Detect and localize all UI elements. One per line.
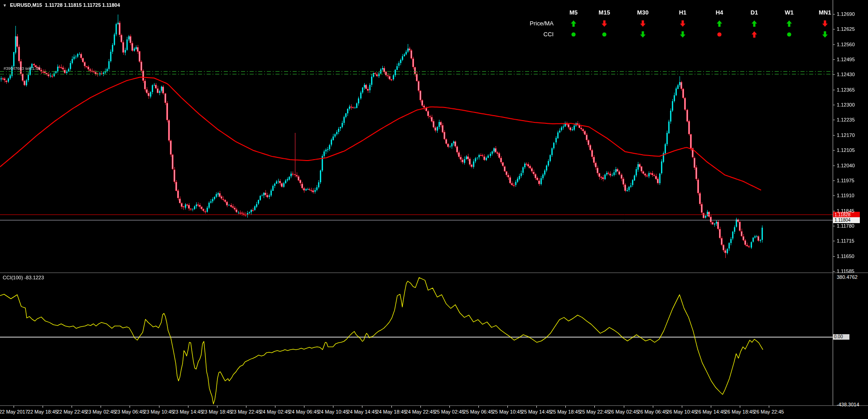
- time-scale-tick: [304, 406, 304, 408]
- cci-scale-max-label: 380.4762: [837, 274, 858, 280]
- signal-price-ma-W1: [786, 20, 793, 27]
- time-scale-label: 23 May 02:45: [86, 409, 116, 414]
- time-scale-tick: [653, 406, 653, 408]
- price-scale-tick: [833, 195, 835, 196]
- time-scale-label: 22 May 2017: [0, 409, 28, 414]
- time-scale-label: 25 May 02:45: [434, 409, 464, 414]
- cci-row-label: CCI: [508, 31, 554, 38]
- price-scale-label: 1.12300: [837, 102, 855, 107]
- time-scale-label: 23 May 10:45: [144, 409, 174, 414]
- time-scale-tick: [740, 406, 740, 408]
- time-scale-label: 24 May 10:45: [318, 409, 348, 414]
- timeframe-header-M30: M30: [637, 9, 648, 16]
- price-scale-tick: [833, 166, 835, 166]
- time-scale-label: 26 May 02:45: [608, 409, 639, 414]
- price-scale-tick: [833, 74, 835, 75]
- price-scale-label: 1.12625: [837, 26, 855, 32]
- signal-price-ma-M5: [570, 20, 577, 27]
- price-scale-label: 1.11715: [837, 238, 854, 244]
- price-scale-tick: [833, 226, 835, 226]
- time-scale-tick: [130, 406, 130, 408]
- signal-price-ma-D1: [751, 20, 758, 27]
- price-scale-label: 1.12430: [837, 72, 855, 77]
- timeframe-header-M15: M15: [598, 9, 610, 16]
- time-scale-tick: [14, 406, 14, 408]
- timeframe-header-H4: H4: [716, 9, 723, 16]
- price-scale-label: 1.11975: [837, 178, 854, 183]
- price-scale-tick: [833, 29, 835, 29]
- signal-cci-M5: [570, 31, 577, 38]
- price-scale-tick: [833, 90, 835, 90]
- time-scale-label: 23 May 18:45: [202, 409, 232, 414]
- up-arrow-icon: [716, 20, 723, 27]
- price-scale-label: 1.12040: [837, 163, 855, 168]
- price-scale-tick: [833, 120, 835, 120]
- price-scale-tick: [833, 44, 835, 45]
- signal-cci-D1: [751, 31, 758, 38]
- signal-price-ma-MN1: [821, 20, 829, 27]
- price-chart-canvas[interactable]: [0, 0, 833, 273]
- price-scale-label: 1.11650: [837, 253, 854, 259]
- cci-indicator-label: CCI(100) -83.1223: [3, 275, 44, 280]
- time-scale-tick: [246, 406, 246, 408]
- down-arrow-icon: [821, 31, 829, 38]
- time-scale-label: 26 May 06:45: [637, 409, 668, 414]
- time-scale-label: 22 May 18:45: [28, 409, 58, 414]
- time-scale-tick: [43, 406, 43, 408]
- price-scale-label: 1.12495: [837, 57, 855, 62]
- dot-icon: [601, 31, 608, 38]
- time-scale-label: 23 May 14:45: [173, 409, 203, 414]
- up-arrow-icon: [751, 31, 758, 38]
- mt4-chart-window: ▼EURUSD,M15 1.11728 1.11815 1.11725 1.11…: [0, 0, 868, 419]
- time-scale-tick: [188, 406, 188, 408]
- time-scale-tick: [101, 406, 101, 408]
- signal-cci-H4: [716, 31, 723, 38]
- time-scale-label: 25 May 22:45: [579, 409, 610, 414]
- signal-cci-M30: [639, 31, 646, 38]
- time-scale-label: 24 May 22:45: [405, 409, 435, 414]
- time-scale-tick: [72, 406, 72, 408]
- time-scale-tick: [333, 406, 333, 408]
- price-scale-label: 1.12105: [837, 147, 855, 153]
- time-scale-label: 22 May 22:45: [57, 409, 87, 414]
- panel-separator[interactable]: [0, 273, 868, 273]
- timeframe-header-H1: H1: [679, 9, 687, 16]
- price-scale-tick: [833, 256, 835, 257]
- signal-cci-H1: [679, 31, 686, 38]
- price-scale-label: 1.11845: [837, 208, 854, 214]
- time-scale-tick: [449, 406, 450, 408]
- time-scale-tick: [711, 406, 711, 408]
- down-arrow-icon: [601, 20, 608, 27]
- time-scale-tick: [769, 406, 769, 408]
- time-scale-label: 23 May 06:45: [115, 409, 145, 414]
- cci-indicator-canvas[interactable]: [0, 273, 833, 405]
- down-arrow-icon: [821, 20, 829, 27]
- time-scale-tick: [391, 406, 392, 408]
- symbol-dropdown-icon[interactable]: ▼: [3, 3, 7, 8]
- dot-icon: [786, 31, 793, 38]
- up-arrow-icon: [751, 20, 758, 27]
- time-scale-tick: [565, 406, 566, 408]
- down-arrow-icon: [639, 20, 646, 27]
- signal-cci-W1: [786, 31, 793, 38]
- price-scale-label: 1.12690: [837, 11, 855, 17]
- down-arrow-icon: [679, 20, 686, 27]
- signal-price-ma-M15: [601, 20, 608, 27]
- symbol-ohlc-line: ▼EURUSD,M15 1.11728 1.11815 1.11725 1.11…: [3, 2, 120, 8]
- signal-price-ma-M30: [639, 20, 646, 27]
- timeframe-header-W1: W1: [785, 9, 794, 16]
- price-scale-tick: [833, 135, 835, 136]
- time-scale-label: 24 May 02:45: [260, 409, 290, 414]
- price-scale-tick: [833, 271, 835, 272]
- signal-price-ma-H4: [716, 20, 723, 27]
- time-scale-label: 26 May 10:45: [666, 409, 697, 414]
- time-scale-label: 25 May 14:45: [521, 409, 552, 414]
- cci-zero-tag: 0.00: [833, 334, 849, 340]
- time-scale-tick: [624, 406, 624, 408]
- time-scale-label: 26 May 22:45: [754, 409, 784, 414]
- timeframe-header-MN1: MN1: [819, 9, 831, 16]
- price-scale-label: 1.11780: [837, 223, 854, 229]
- time-scale-tick: [420, 406, 421, 408]
- price-scale-tick: [833, 59, 835, 60]
- price-scale-tick: [833, 211, 835, 211]
